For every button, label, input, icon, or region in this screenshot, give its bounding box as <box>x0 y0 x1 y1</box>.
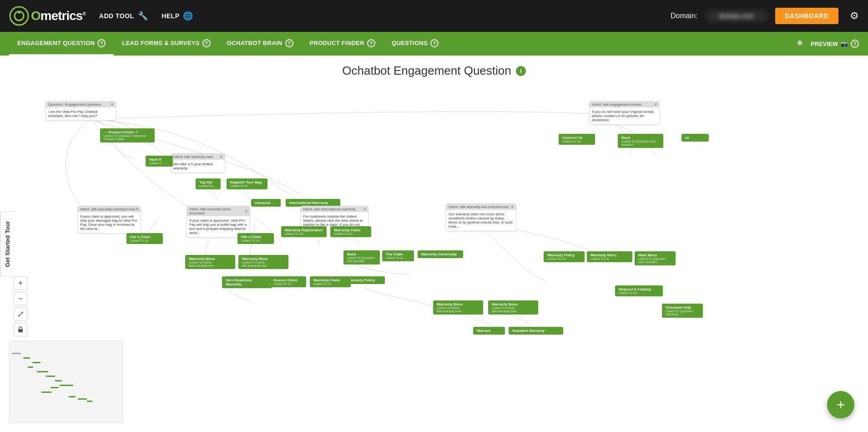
nav-preview[interactable]: PREVIEW 📷 ? <box>811 40 859 48</box>
node-top-set[interactable]: Top Set Linked To... <box>196 178 221 189</box>
preview-label: PREVIEW <box>811 41 838 47</box>
node-warranty-standard-body: If your claim is approved, you will ship… <box>80 213 138 232</box>
node-warranty-standard[interactable]: Intent: talk warranty-standard-now ≡ If … <box>77 206 141 234</box>
add-tool-nav[interactable]: ADD TOOL 🔧 <box>99 11 148 21</box>
add-tool-label: ADD TOOL <box>99 12 134 20</box>
get-started-tour[interactable]: Get Started Tour <box>0 211 15 277</box>
node-the-claim[interactable]: The Claim Linked To Ur <box>382 250 414 261</box>
get-started-label: Get Started Tour <box>4 221 11 267</box>
domain-section: Domain: domain.com DASHBOARD ⚙ <box>671 8 859 24</box>
node-not-covered[interactable]: Intent: talk warranty-not-covered-now ≡ … <box>446 203 516 231</box>
domain-value[interactable]: domain.com <box>705 10 768 22</box>
node-warranty-claim[interactable]: Warranty Claim Linked To Url <box>330 226 371 237</box>
node-warranty-menu-5[interactable]: Warranty Menu Linked To Intent: talk.war… <box>488 300 538 315</box>
add-fab-button[interactable]: + <box>827 391 854 418</box>
product-help-icon[interactable]: ? <box>367 39 375 47</box>
product-finder-label: PRODUCT FINDER <box>310 40 364 46</box>
dashboard-button[interactable]: DASHBOARD <box>775 8 839 24</box>
node-intl-header: Intent: talk international-warranty ≡ <box>301 206 368 212</box>
top-nav: Ometrics® ADD TOOL 🔧 HELP 🌐 Domain: doma… <box>0 0 868 32</box>
node-main-question[interactable]: Question: Engagement Question ≡ I am the… <box>45 101 116 121</box>
node-warranty-standard-header: Intent: talk warranty-standard-now ≡ <box>78 206 141 212</box>
zoom-in-button[interactable]: + <box>14 276 27 290</box>
node-have-if[interactable]: Have If Linked T... <box>146 156 173 167</box>
flow-area[interactable]: Question: Engagement Question ≡ I am the… <box>0 83 868 432</box>
node-file-claim-1[interactable]: File a Claim Linked To Url <box>126 233 163 244</box>
node-warranty-menu-4[interactable]: Warranty Menu Linked To Url <box>587 251 632 262</box>
lead-forms-help-icon[interactable]: ? <box>202 39 211 47</box>
page-title-container: Ochatbot Engagement Question i <box>0 56 868 82</box>
node-engagement-invalid[interactable]: Intent: talk engagement-invalid ≡ If you… <box>589 101 660 125</box>
lock-button[interactable] <box>14 323 27 336</box>
node-warranty-claim-2[interactable]: Warranty Claim Linked To Ur <box>310 276 351 287</box>
node-warranty-menu-3[interactable]: Warranty Menu Linked To Intent: talk.war… <box>433 300 483 315</box>
node-request-catalog[interactable]: Request A Catalog Linked To Url <box>615 285 663 296</box>
node-checkout-help[interactable]: Checkout Help Linked To Question: checko… <box>662 304 703 318</box>
node-warranty-body: We offer a 5 year limited warranty <box>173 161 222 171</box>
node-warranty-reg[interactable]: Warranty Registration Linked To Url <box>281 226 327 237</box>
node-warranty-downtime-header: Intent: talk warranty-store-downtime ≡ <box>187 206 250 216</box>
help-label: HELP <box>161 12 179 20</box>
node-invalid-body: If you do not have your original receipt… <box>592 109 657 123</box>
logo-text: Ometrics® <box>31 9 86 23</box>
fit-button[interactable]: ⤢ <box>14 307 27 321</box>
nav-engagement-question[interactable]: ENGAGEMENT QUESTION ? <box>9 32 114 56</box>
node-register-bag[interactable]: Register Your Bag Linked To Ur <box>227 178 267 189</box>
node-back-1[interactable]: Back Linked To Question: link question <box>343 250 380 264</box>
wrench-icon: 🔧 <box>138 11 148 21</box>
node-warranty-menu-1[interactable]: Warranty Menu Linked To Intent: talk.war… <box>185 255 235 269</box>
help-nav[interactable]: HELP 🌐 <box>161 11 193 21</box>
node-back-3[interactable]: Ur <box>681 134 709 142</box>
node-main-body: I am the Veta Pro Pay Chatbot assistant,… <box>48 109 113 119</box>
node-warranty-intent[interactable]: Intent: talk warranty-now ≡ We offer a 5… <box>171 153 225 173</box>
globe-icon: 🌐 <box>183 11 193 21</box>
node-not-covered-body: Our warranty does not cover items condit… <box>449 211 514 229</box>
logo[interactable]: Ometrics® <box>9 6 86 26</box>
minimap <box>9 341 123 423</box>
node-warranty-ownership[interactable]: Warranty Ownership <box>418 250 463 258</box>
questions-help-icon[interactable]: ? <box>430 39 439 47</box>
nav-ochatbot-brain[interactable]: OCHATBOT BRAIN ? <box>219 32 302 56</box>
nav-product-finder[interactable]: PRODUCT FINDER ? <box>302 32 384 56</box>
preview-help-icon[interactable]: ? <box>851 40 859 48</box>
questions-label: QUESTIONS <box>392 40 428 46</box>
page-info-icon[interactable]: i <box>516 66 526 76</box>
svg-rect-3 <box>18 329 23 332</box>
node-warranty-menu-2[interactable]: Warranty Menu Linked To Intent: talk.war… <box>238 255 288 269</box>
ochatbot-help-icon[interactable]: ? <box>285 39 293 47</box>
nav-lead-forms[interactable]: LEAD FORMS & SURVEYS ? <box>114 32 218 56</box>
page-title: Ochatbot Engagement Question <box>342 64 511 78</box>
svg-point-0 <box>10 7 28 25</box>
nav-gear[interactable]: ⚙ <box>789 32 811 56</box>
lock-icon <box>17 326 24 333</box>
zoom-out-button[interactable]: − <box>14 292 27 305</box>
node-zero-downtime[interactable]: Zero Downtime Warranty <box>222 276 272 288</box>
ochatbot-brain-label: OCHATBOT BRAIN <box>227 40 283 46</box>
node-warrant[interactable]: Warrant <box>473 327 505 335</box>
node-warranty-policy-2[interactable]: Warranty Policy Linked To Url <box>544 251 585 262</box>
node-invalid-header: Intent: talk engagement-invalid ≡ <box>590 102 659 107</box>
node-warranty-header: Intent: talk warranty-now ≡ <box>171 154 225 160</box>
svg-point-2 <box>18 11 20 14</box>
nav-questions[interactable]: QUESTIONS ? <box>384 32 447 56</box>
camera-icon: 📷 <box>841 41 848 47</box>
node-govern-client[interactable]: Govern Client Linked To Ur <box>270 276 306 287</box>
node-standard-warranty[interactable]: Standard Warranty <box>509 327 563 335</box>
node-product-finder[interactable]: → Product Finder ✓ Linked To Question: W… <box>100 128 155 142</box>
settings-icon[interactable]: ⚙ <box>850 10 859 22</box>
node-connect-us[interactable]: Connect Us Linked To Url <box>559 134 595 145</box>
node-back-2[interactable]: Back Linked To Question Intro question <box>618 134 663 148</box>
green-nav: ENGAGEMENT QUESTION ? LEAD FORMS & SURVE… <box>0 32 868 56</box>
node-file-claim-2[interactable]: File a Claim Linked To Url <box>237 233 274 244</box>
domain-label: Domain: <box>671 12 698 20</box>
engagement-label: ENGAGEMENT QUESTION <box>17 40 95 46</box>
minimap-inner <box>10 341 122 422</box>
lead-forms-label: LEAD FORMS & SURVEYS <box>122 40 199 46</box>
zoom-controls: + − ⤢ <box>14 276 27 336</box>
main-content: Get Started Tour Ochatbot Engagement Que… <box>0 56 868 432</box>
node-main-header: Question: Engagement Question ≡ <box>46 102 116 107</box>
node-not-covered-header: Intent: talk warranty-not-covered-now ≡ <box>446 204 516 210</box>
node-closeout[interactable]: Closeout <box>251 199 281 207</box>
engagement-help-icon[interactable]: ? <box>97 39 106 47</box>
node-main-menu[interactable]: Main Menu Linked To Question: Intro ques… <box>635 251 676 265</box>
